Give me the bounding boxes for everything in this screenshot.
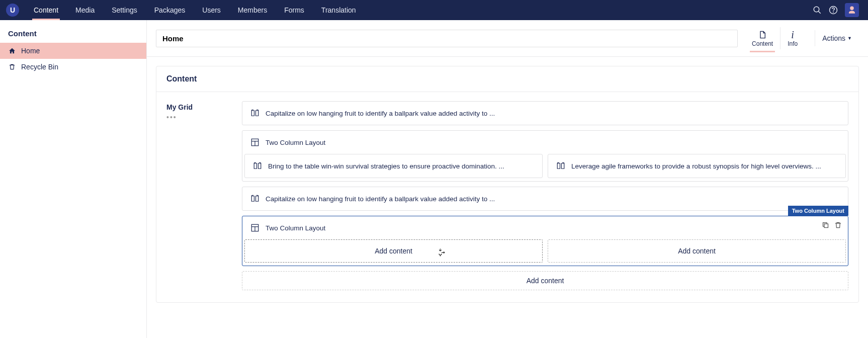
help-icon[interactable] [829,6,838,15]
block-two-column-selected[interactable]: Two Column Layout [242,216,848,266]
block-richtext[interactable]: Bring to the table win-win survival stra… [244,154,543,178]
tree-item-recycle-bin[interactable]: Recycle Bin [0,59,146,75]
block-two-column[interactable]: Two Column Layout Bring to the table win… [242,130,848,182]
svg-line-1 [818,11,821,14]
copy-icon[interactable] [822,221,829,229]
info-icon: i [791,29,794,40]
nav-tab-forms[interactable]: Forms [276,0,313,20]
nav-tab-users[interactable]: Users [194,0,229,20]
block-text: Capitalize on low hanging fruit to ident… [266,195,495,203]
property-menu-icon[interactable]: ••• [166,113,232,121]
main-area: Content i Info Actions ▼ Content My Grid… [147,20,868,338]
add-content-slot-left[interactable]: Add content [244,239,543,263]
richtext-icon [250,109,259,118]
app-tab-label: Info [788,40,798,47]
nav-tab-packages[interactable]: Packages [146,0,194,20]
richtext-icon [253,161,262,171]
layout-icon [250,223,259,232]
block-richtext[interactable]: Leverage agile frameworks to provide a r… [548,154,846,178]
svg-point-3 [833,12,834,12]
svg-point-0 [814,7,819,12]
richtext-icon [250,194,259,203]
tree-item-label: Recycle Bin [21,63,58,71]
delete-icon[interactable] [834,221,842,229]
block-header: Two Column Layout [266,139,325,146]
content-panel: Content My Grid ••• Capitalize on low ha… [156,66,859,303]
search-icon[interactable] [813,6,822,15]
tree-item-label: Home [21,47,40,55]
app-tab-info[interactable]: i Info [780,27,805,49]
panel-title: Content [156,66,858,92]
nav-tab-content[interactable]: Content [25,0,67,20]
app-logo[interactable]: U [6,4,19,17]
app-tab-content[interactable]: Content [745,27,780,49]
block-richtext[interactable]: Capitalize on low hanging fruit to ident… [242,187,848,211]
property-label-wrap: My Grid ••• [166,101,232,290]
layout-icon [250,138,259,147]
actions-button[interactable]: Actions ▼ [815,30,859,46]
actions-label: Actions [822,34,845,42]
block-text: Bring to the table win-win survival stra… [268,162,504,170]
chevron-down-icon: ▼ [847,36,852,41]
tree-sidebar: Content Home Recycle Bin [0,20,147,338]
property-label: My Grid [166,101,232,111]
block-grid: Capitalize on low hanging fruit to ident… [242,101,848,290]
add-content-full[interactable]: Add content [242,271,848,290]
document-icon [758,29,766,40]
app-tab-label: Content [752,40,773,47]
top-nav-tabs: Content Media Settings Packages Users Me… [25,0,365,20]
editor-header: Content i Info Actions ▼ [147,20,868,57]
richtext-icon [556,161,565,171]
selection-badge: Two Column Layout [788,206,848,216]
user-avatar[interactable] [845,3,859,17]
nav-tab-settings[interactable]: Settings [103,0,146,20]
top-nav: U Content Media Settings Packages Users … [0,0,868,20]
tree-item-home[interactable]: Home [0,43,146,59]
block-text: Leverage agile frameworks to provide a r… [571,162,821,170]
app-tabs: Content i Info [745,27,805,49]
trash-icon [8,63,16,70]
sidebar-header: Content [0,20,146,43]
svg-rect-7 [824,224,828,228]
nav-tab-members[interactable]: Members [229,0,276,20]
block-richtext[interactable]: Capitalize on low hanging fruit to ident… [242,101,848,125]
nav-tab-translation[interactable]: Translation [313,0,365,20]
block-header: Two Column Layout [266,224,325,232]
node-name-input[interactable] [156,30,738,47]
nav-tab-media[interactable]: Media [67,0,103,20]
home-icon [8,47,16,54]
block-text: Capitalize on low hanging fruit to ident… [266,110,495,117]
add-content-slot-right[interactable]: Add content [548,239,846,263]
